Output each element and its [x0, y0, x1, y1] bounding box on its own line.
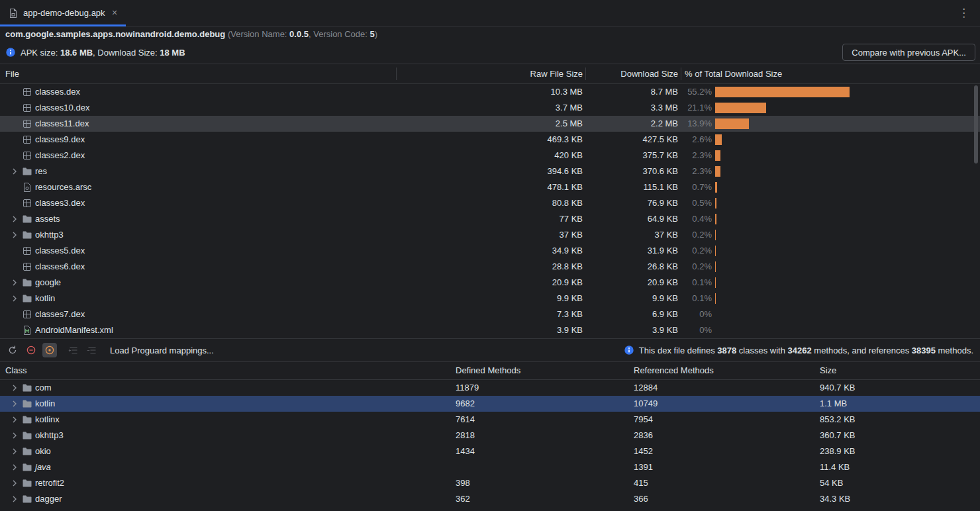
- download-pct: 0.5%: [692, 195, 712, 211]
- chevron-spacer: [9, 246, 20, 256]
- show-references-toggle[interactable]: [5, 343, 20, 357]
- file-name: classes7.dex: [35, 306, 85, 322]
- column-header-class[interactable]: Class: [5, 362, 27, 379]
- dex-methods-count: 34262: [788, 346, 812, 355]
- chevron-spacer: [9, 182, 20, 193]
- chevron-right-icon[interactable]: [9, 166, 20, 177]
- package-folder-icon: [22, 494, 32, 504]
- package-name: com.google.samples.apps.nowinandroid.dem…: [5, 29, 225, 39]
- referenced-methods: 1452: [634, 443, 653, 459]
- column-header-download-size[interactable]: Download Size: [620, 64, 678, 83]
- raw-file-size: 20.9 KB: [552, 275, 583, 291]
- chevron-right-icon[interactable]: [9, 494, 20, 504]
- class-row[interactable]: dagger36236634.3 KB: [0, 491, 980, 507]
- class-table: Class Defined Methods Referenced Methods…: [0, 362, 980, 510]
- arsc-icon: [22, 182, 32, 193]
- chevron-right-icon[interactable]: [9, 293, 20, 304]
- tab-close-icon[interactable]: ✕: [112, 9, 118, 17]
- class-row[interactable]: retrofit239841554 KB: [0, 475, 980, 491]
- column-header-file[interactable]: File: [5, 64, 19, 83]
- class-row[interactable]: java139111.4 KB: [0, 459, 980, 475]
- referenced-methods: 2836: [634, 428, 653, 443]
- raw-file-size: 28.8 KB: [552, 259, 583, 275]
- column-header-raw-size[interactable]: Raw File Size: [530, 64, 583, 83]
- tab-apk-file[interactable]: app-demo-debug.apk ✕: [0, 0, 126, 26]
- download-pct-bar: [715, 293, 716, 304]
- file-row[interactable]: res394.6 KB370.6 KB2.3%: [0, 163, 980, 179]
- manifest-icon: [22, 325, 32, 336]
- vertical-scrollbar[interactable]: [974, 85, 978, 163]
- download-pct-bar: [715, 134, 722, 145]
- chevron-right-icon[interactable]: [9, 430, 20, 441]
- chevron-right-icon[interactable]: [9, 462, 20, 473]
- raw-file-size: 37 KB: [560, 227, 583, 243]
- file-row[interactable]: AndroidManifest.xml3.9 KB3.9 KB0%: [0, 322, 980, 338]
- chevron-right-icon[interactable]: [9, 398, 20, 409]
- file-name: classes10.dex: [35, 100, 89, 116]
- apk-size-value: 18.6 MB: [60, 48, 93, 58]
- compare-previous-apk-button[interactable]: Compare with previous APK...: [842, 44, 975, 61]
- column-header-pct[interactable]: % of Total Download Size: [685, 64, 782, 83]
- file-row[interactable]: resources.arsc478.1 KB115.1 KB0.7%: [0, 179, 980, 195]
- chevron-right-icon[interactable]: [9, 214, 20, 224]
- package-info-line: com.google.samples.apps.nowinandroid.dem…: [0, 26, 980, 41]
- column-divider[interactable]: [396, 68, 397, 80]
- chevron-right-icon[interactable]: [9, 414, 20, 425]
- download-size: 3.3 MB: [651, 100, 678, 116]
- dex-icon: [22, 87, 32, 97]
- file-row[interactable]: classes2.dex420 KB375.7 KB2.3%: [0, 148, 980, 163]
- class-row[interactable]: okhttp328182836360.7 KB: [0, 428, 980, 443]
- file-row[interactable]: classes6.dex28.8 KB26.8 KB0.2%: [0, 259, 980, 275]
- class-row[interactable]: com1187912884940.7 KB: [0, 380, 980, 396]
- file-row[interactable]: google20.9 KB20.9 KB0.1%: [0, 275, 980, 291]
- download-pct: 0.1%: [692, 275, 712, 291]
- class-row[interactable]: kotlinx76147954853.2 KB: [0, 412, 980, 428]
- class-row[interactable]: kotlin9682107491.1 MB: [0, 396, 980, 412]
- file-row[interactable]: classes7.dex7.3 KB6.9 KB0%: [0, 306, 980, 322]
- file-row[interactable]: classes9.dex469.3 KB427.5 KB2.6%: [0, 132, 980, 148]
- file-table: File Raw File Size Download Size % of To…: [0, 64, 980, 338]
- collapse-all-icon: [85, 343, 99, 357]
- chevron-right-icon[interactable]: [9, 277, 20, 288]
- column-header-referenced-methods[interactable]: Referenced Methods: [634, 362, 714, 379]
- chevron-right-icon[interactable]: [9, 478, 20, 488]
- class-row[interactable]: okio14341452238.9 KB: [0, 443, 980, 459]
- file-row[interactable]: assets77 KB64.9 KB0.4%: [0, 211, 980, 227]
- kebab-menu-icon[interactable]: ⋮: [948, 6, 980, 20]
- file-row[interactable]: classes.dex10.3 MB8.7 MB55.2%: [0, 84, 980, 100]
- file-name: google: [35, 275, 61, 291]
- package-folder-icon: [22, 478, 32, 488]
- raw-file-size: 469.3 KB: [548, 132, 583, 148]
- chevron-spacer: [9, 134, 20, 145]
- file-row[interactable]: classes11.dex2.5 MB2.2 MB13.9%: [0, 116, 980, 132]
- file-row[interactable]: classes3.dex80.8 KB76.9 KB0.5%: [0, 195, 980, 211]
- column-header-defined-methods[interactable]: Defined Methods: [456, 362, 520, 379]
- file-row[interactable]: classes5.dex34.9 KB31.9 KB0.2%: [0, 243, 980, 259]
- download-size: 6.9 KB: [652, 306, 678, 322]
- file-row[interactable]: kotlin9.9 KB9.9 KB0.1%: [0, 291, 980, 306]
- chevron-right-icon[interactable]: [9, 383, 20, 393]
- class-size: 940.7 KB: [820, 380, 856, 396]
- load-proguard-mappings-button[interactable]: Load Proguard mappings...: [110, 346, 214, 355]
- dex-icon: [22, 150, 32, 161]
- file-name: classes3.dex: [35, 195, 85, 211]
- column-header-size[interactable]: Size: [820, 362, 836, 379]
- chevron-right-icon[interactable]: [9, 230, 20, 240]
- raw-file-size: 394.6 KB: [548, 163, 583, 179]
- show-fields-toggle[interactable]: [42, 343, 57, 357]
- raw-file-size: 77 KB: [560, 211, 583, 227]
- download-size: 2.2 MB: [651, 116, 678, 132]
- file-row[interactable]: classes10.dex3.7 MB3.3 MB21.1%: [0, 100, 980, 116]
- download-pct: 0.2%: [692, 259, 712, 275]
- column-divider[interactable]: [585, 68, 586, 80]
- chevron-right-icon[interactable]: [9, 446, 20, 457]
- package-folder-icon: [22, 414, 32, 425]
- download-pct-bar: [715, 118, 749, 129]
- column-divider[interactable]: [681, 68, 681, 80]
- dex-classes-count: 3878: [717, 346, 736, 355]
- show-removed-nodes-toggle[interactable]: [24, 343, 38, 357]
- file-row[interactable]: okhttp337 KB37 KB0.2%: [0, 227, 980, 243]
- raw-file-size: 7.3 KB: [557, 306, 583, 322]
- file-name: classes2.dex: [35, 148, 85, 163]
- class-name: kotlinx: [35, 412, 60, 428]
